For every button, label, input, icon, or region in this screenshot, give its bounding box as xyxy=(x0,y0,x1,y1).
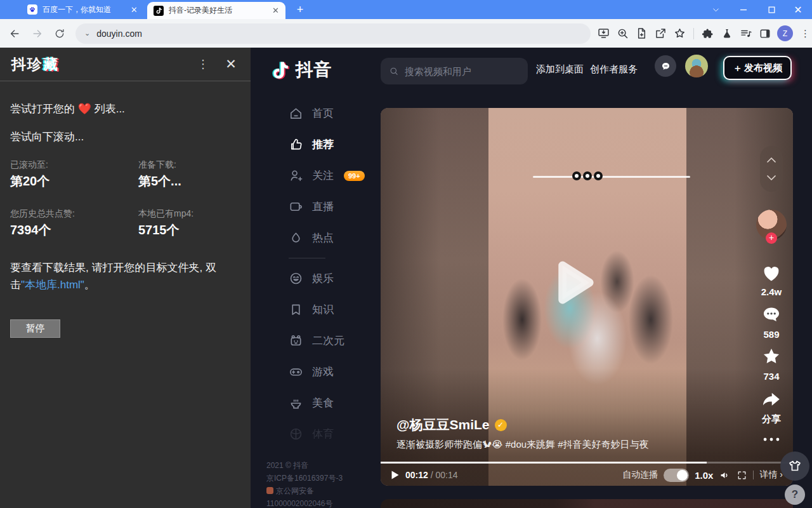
extensions-puzzle-icon[interactable] xyxy=(701,27,714,40)
tab-search-chevron-icon[interactable] xyxy=(705,0,726,19)
profile-avatar[interactable]: Z xyxy=(777,25,793,41)
save-to-device-icon[interactable] xyxy=(597,27,610,40)
stat-value: 7394个 xyxy=(10,222,51,239)
address-text: douyin.com xyxy=(96,29,142,39)
tab-close-icon[interactable]: ✕ xyxy=(131,5,138,15)
video-caption[interactable]: 逐渐被摄影师带跑偏🐿😭 #dou来跳舞 #抖音美好奇妙日与夜 xyxy=(396,439,649,451)
time-total: 00:14 xyxy=(435,470,457,480)
site-info-chevron-icon[interactable]: ⌄ xyxy=(84,29,90,37)
merch-button[interactable] xyxy=(780,451,809,481)
sidebar-item-hot[interactable]: 热点 xyxy=(251,222,368,253)
toggle-knob xyxy=(677,470,688,481)
search-box[interactable] xyxy=(381,58,528,84)
minimize-button[interactable] xyxy=(733,0,754,19)
help-button[interactable]: ? xyxy=(785,485,805,505)
toolbar-divider xyxy=(693,28,694,39)
follow-plus-icon[interactable]: + xyxy=(766,232,777,244)
messages-button[interactable] xyxy=(655,55,676,77)
sidebar-item-food[interactable]: 美食 xyxy=(251,387,368,418)
stat-label: 准备下载: xyxy=(138,159,176,171)
address-bar[interactable]: ⌄ douyin.com xyxy=(75,23,591,44)
flame-icon xyxy=(289,231,303,245)
security-number-line: 11000002002046号 xyxy=(266,497,343,508)
time-current: 00:12 xyxy=(405,470,428,480)
favorite-star-icon[interactable] xyxy=(761,345,782,367)
like-heart-icon[interactable] xyxy=(761,262,782,284)
search-input[interactable] xyxy=(405,66,520,77)
seek-bar-fill xyxy=(381,462,707,464)
volume-icon[interactable] xyxy=(719,469,731,481)
sidebar-item-entertainment[interactable]: 娱乐 xyxy=(251,263,368,294)
zoom-icon[interactable] xyxy=(616,27,629,40)
tab-close-icon[interactable]: ✕ xyxy=(272,6,279,15)
flask-extension-icon[interactable] xyxy=(720,27,733,40)
stat-value: 5715个 xyxy=(138,222,180,239)
more-options-icon[interactable] xyxy=(761,433,782,446)
sidebar-item-sports[interactable]: 体育 xyxy=(251,418,368,450)
bookmark-icon xyxy=(289,302,303,317)
player-controls: 00:12 / 00:14 自动连播 1.0x 详情 › xyxy=(381,464,793,486)
play-icon[interactable] xyxy=(391,470,400,480)
autoplay-label: 自动连播 xyxy=(622,469,658,481)
stat-value: 第5个... xyxy=(138,173,181,190)
logo-text: 抖音 xyxy=(296,58,331,82)
sidebar-item-recommend[interactable]: 推荐 xyxy=(251,129,368,160)
douyin-page: 抖音 添加到桌面 创作者服务 ＋发布视频 首页 推荐 关注 99+ 直播 xyxy=(251,48,812,508)
local-library-link[interactable]: "本地库.html" xyxy=(21,279,84,291)
douyin-logo[interactable]: 抖音 xyxy=(271,58,331,82)
sidebar-item-home[interactable]: 首页 xyxy=(251,98,368,129)
panel-kebab-icon[interactable]: ⋮ xyxy=(195,57,211,71)
sidebar-item-games[interactable]: 游戏 xyxy=(251,356,368,387)
user-avatar[interactable] xyxy=(685,55,708,77)
play-overlay-button[interactable] xyxy=(554,260,595,305)
controls-divider xyxy=(753,471,754,479)
prev-video-chevron-icon[interactable] xyxy=(766,157,776,163)
comment-icon[interactable] xyxy=(761,304,782,325)
laugh-face-icon xyxy=(289,271,303,286)
video-author[interactable]: @杨豆豆SmiLe ✓ xyxy=(396,416,507,434)
maximize-button[interactable] xyxy=(761,0,782,19)
sidebar-item-knowledge[interactable]: 知识 xyxy=(251,294,368,325)
share-arrow-icon[interactable] xyxy=(761,388,782,410)
next-video-chevron-icon[interactable] xyxy=(766,175,776,181)
following-badge: 99+ xyxy=(344,171,365,181)
seek-bar[interactable] xyxy=(381,462,793,464)
sidebar-item-anime[interactable]: 二次元 xyxy=(251,325,368,356)
bear-face-icon xyxy=(289,333,303,348)
stat-label: 您历史总共点赞: xyxy=(10,208,75,220)
creator-services-link[interactable]: 创作者服务 xyxy=(590,64,638,76)
extension-title: 抖珍藏 xyxy=(11,55,59,74)
status-line-1: 尝试打开您的 ❤️ 列表... xyxy=(10,102,125,116)
save-page-icon[interactable] xyxy=(635,27,648,40)
browser-menu-kebab-icon[interactable]: ⋮ xyxy=(799,27,812,40)
reload-icon[interactable] xyxy=(51,25,68,42)
plus-icon: ＋ xyxy=(733,62,742,74)
bookmark-star-icon[interactable] xyxy=(673,27,686,40)
side-panel-icon[interactable] xyxy=(758,27,771,40)
action-rail: + 2.4w 589 734 分享 xyxy=(756,108,787,486)
new-tab-button[interactable]: + xyxy=(292,1,308,18)
playlist-music-icon[interactable] xyxy=(739,27,752,40)
back-icon[interactable] xyxy=(6,25,23,42)
icp-line: 京ICP备16016397号-3 xyxy=(266,472,343,485)
pause-button[interactable]: 暂停 xyxy=(10,319,60,338)
forward-icon[interactable] xyxy=(29,25,46,42)
tshirt-icon xyxy=(787,458,802,474)
douyin-favicon xyxy=(154,6,164,16)
tab-douyin[interactable]: 抖音-记录美好生活 ✕ xyxy=(147,2,285,19)
add-to-desktop-link[interactable]: 添加到桌面 xyxy=(536,64,584,76)
share-icon[interactable] xyxy=(654,27,667,40)
fullscreen-icon[interactable] xyxy=(737,470,747,481)
autoplay-toggle[interactable] xyxy=(664,469,689,482)
sidebar-item-live[interactable]: 直播 xyxy=(251,191,368,222)
panel-close-icon[interactable]: ✕ xyxy=(223,57,239,72)
playback-speed[interactable]: 1.0x xyxy=(695,470,713,481)
tab-baidu[interactable]: 百度一下，你就知道 ✕ xyxy=(22,0,143,19)
publish-video-button[interactable]: ＋发布视频 xyxy=(723,56,792,80)
next-video-card-edge[interactable] xyxy=(381,499,793,508)
video-card[interactable]: @杨豆豆SmiLe ✓ 逐渐被摄影师带跑偏🐿😭 #dou来跳舞 #抖音美好奇妙日… xyxy=(381,108,793,486)
thumb-up-icon xyxy=(289,137,303,152)
close-window-button[interactable]: ✕ xyxy=(788,0,808,19)
sidebar-item-following[interactable]: 关注 99+ xyxy=(251,160,368,191)
verified-badge-icon: ✓ xyxy=(495,419,507,431)
